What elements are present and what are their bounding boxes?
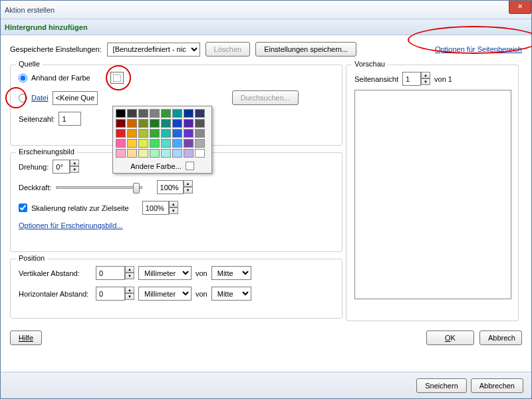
scale-spinner[interactable]: ▲▼: [142, 201, 178, 215]
other-color-label[interactable]: Andere Farbe...: [130, 162, 181, 170]
color-swatch[interactable]: [161, 139, 171, 148]
color-swatch[interactable]: [184, 149, 194, 158]
scale-checkbox[interactable]: [19, 203, 27, 212]
file-radio[interactable]: [19, 94, 27, 102]
page-view-spinner[interactable]: ▲▼: [402, 72, 430, 86]
color-swatch[interactable]: [116, 119, 126, 128]
position-legend: Position: [16, 254, 47, 262]
color-swatch[interactable]: [150, 149, 160, 158]
cancel-button[interactable]: Abbrech: [479, 331, 522, 345]
color-swatch[interactable]: [195, 109, 205, 118]
file-label[interactable]: Datei: [31, 94, 49, 102]
page-range-options-link[interactable]: Optionen für Seitenbereich: [435, 45, 522, 53]
color-swatch[interactable]: [161, 109, 171, 118]
color-swatch[interactable]: [127, 149, 137, 158]
color-swatch[interactable]: [116, 129, 126, 138]
color-swatch[interactable]: [172, 109, 182, 118]
color-swatch[interactable]: [127, 109, 137, 118]
outer-cancel-button[interactable]: Abbrechen: [471, 378, 523, 393]
vdist-unit[interactable]: Millimeter: [138, 266, 192, 280]
rotation-spinner[interactable]: ▲▼: [53, 160, 79, 174]
vdist-label: Vertikaler Abstand:: [19, 269, 92, 277]
page-count-spinner[interactable]: [59, 112, 81, 126]
color-swatch[interactable]: [138, 139, 148, 148]
hdist-ref[interactable]: Mitte: [211, 287, 251, 301]
file-path-input[interactable]: [53, 91, 98, 105]
browse-button[interactable]: Durchsuchen...: [232, 90, 299, 105]
color-swatch[interactable]: [161, 129, 171, 138]
color-swatch[interactable]: [150, 129, 160, 138]
outer-save-button[interactable]: Sneichern: [416, 378, 467, 393]
color-swatch[interactable]: [127, 139, 137, 148]
color-swatch[interactable]: [127, 129, 137, 138]
color-swatch[interactable]: [138, 149, 148, 158]
opacity-slider[interactable]: [56, 186, 142, 189]
page-count-label: Seitenzahl:: [19, 115, 55, 123]
color-well[interactable]: [110, 72, 124, 84]
opacity-label: Deckkraft:: [19, 184, 52, 192]
color-swatch[interactable]: [116, 109, 126, 118]
page-view-label: Seitenansicht: [354, 75, 398, 83]
help-button[interactable]: Hilfe: [10, 331, 42, 345]
color-swatch[interactable]: [172, 139, 182, 148]
appearance-legend: Erscheinungsbild: [16, 148, 77, 156]
vdist-ref[interactable]: Mitte: [211, 266, 251, 280]
color-swatch[interactable]: [150, 139, 160, 148]
saved-settings-combo[interactable]: [Benutzerdefiniert - nicht: [107, 43, 200, 57]
by-color-label: Anhand der Farbe: [31, 74, 90, 82]
ok-button[interactable]: OK: [426, 331, 474, 345]
color-swatch[interactable]: [195, 119, 205, 128]
scale-label: Skalierung relativ zur Zielseite: [31, 204, 129, 212]
other-color-swatch[interactable]: [186, 162, 194, 170]
color-swatch[interactable]: [195, 149, 205, 158]
appearance-options-link[interactable]: Optionen für Erscheinungsbild...: [19, 221, 123, 229]
color-swatch[interactable]: [184, 119, 194, 128]
color-swatch[interactable]: [150, 109, 160, 118]
hdist-spinner[interactable]: ▲▼: [96, 287, 134, 301]
color-swatch[interactable]: [184, 109, 194, 118]
page-of-label: von 1: [434, 75, 452, 83]
color-swatch[interactable]: [138, 129, 148, 138]
color-swatch[interactable]: [184, 129, 194, 138]
color-swatch[interactable]: [172, 149, 182, 158]
rotation-label: Drehung:: [19, 163, 49, 171]
color-swatch[interactable]: [150, 119, 160, 128]
hdist-from: von: [196, 290, 207, 298]
preview-canvas: [354, 90, 511, 299]
color-swatch[interactable]: [161, 119, 171, 128]
opacity-spinner[interactable]: ▲▼: [157, 180, 193, 194]
color-swatch[interactable]: [127, 119, 137, 128]
delete-button[interactable]: Löschen: [205, 42, 251, 57]
dialog-subheader: Hintergrund hinzufügen: [1, 19, 531, 35]
hdist-unit[interactable]: Millimeter: [138, 287, 192, 301]
source-legend: Quelle: [16, 60, 43, 68]
saved-settings-label: Gespeicherte Einstellungen:: [10, 45, 102, 53]
hdist-label: Horizontaler Abstand:: [19, 290, 92, 298]
close-button[interactable]: ✕: [509, 1, 531, 14]
color-swatch[interactable]: [138, 119, 148, 128]
vdist-spinner[interactable]: ▲▼: [96, 266, 134, 280]
color-swatch[interactable]: [195, 139, 205, 148]
color-swatch[interactable]: [184, 139, 194, 148]
color-swatch[interactable]: [138, 109, 148, 118]
color-swatch[interactable]: [172, 129, 182, 138]
color-swatch[interactable]: [116, 149, 126, 158]
color-swatch[interactable]: [195, 129, 205, 138]
window-title: Aktion erstellen: [5, 6, 55, 14]
color-swatch[interactable]: [172, 119, 182, 128]
preview-legend: Vorschau: [352, 60, 388, 68]
color-picker-popup[interactable]: Andere Farbe...: [112, 106, 212, 174]
color-swatch[interactable]: [116, 139, 126, 148]
by-color-radio[interactable]: [19, 74, 27, 82]
color-swatch[interactable]: [161, 149, 171, 158]
vdist-from: von: [196, 269, 207, 277]
save-settings-button[interactable]: Einstellungen speichern...: [255, 42, 356, 57]
